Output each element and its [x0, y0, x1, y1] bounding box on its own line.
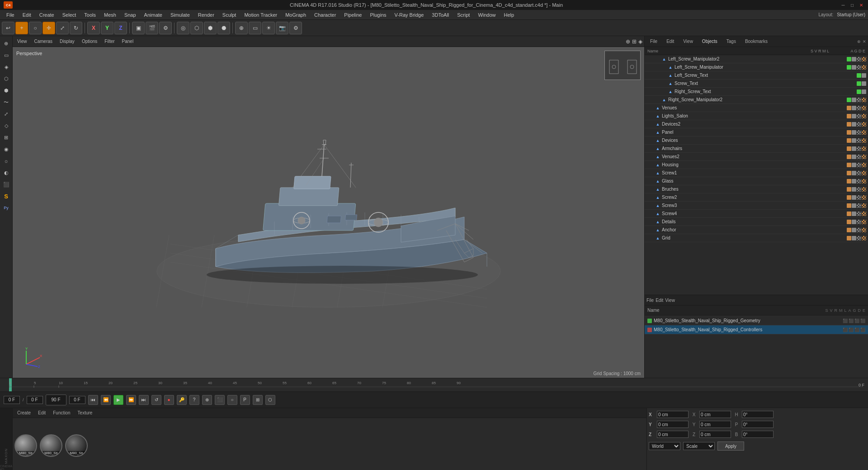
obj-row-screw3[interactable]: ▲ Screw3: [645, 202, 868, 210]
viewport-3d[interactable]: Perspective: [13, 47, 644, 378]
side-generate-icon[interactable]: ◇: [1, 120, 12, 131]
coord-p-input[interactable]: [742, 421, 774, 428]
side-material-icon[interactable]: ◐: [1, 167, 12, 178]
obj-row-bruches[interactable]: ▲ Bruches: [645, 185, 868, 193]
rp-tab-objects[interactable]: Objects: [698, 38, 721, 45]
menu-create[interactable]: Create: [36, 11, 58, 19]
coord-mode-dropdown[interactable]: Scale Absolute: [683, 442, 715, 450]
stop-button[interactable]: ⬛: [215, 395, 225, 405]
object-mode-button[interactable]: ⬡: [190, 22, 203, 34]
menu-plugins[interactable]: Plugins: [366, 11, 390, 19]
side-light2-icon[interactable]: ☼: [1, 155, 12, 166]
settings-button[interactable]: ⚙: [289, 22, 302, 34]
side-deform-icon[interactable]: ⤢: [1, 108, 12, 119]
side-poly-icon[interactable]: ⬢: [1, 85, 12, 96]
menu-render[interactable]: Render: [194, 11, 218, 19]
coord-zh-input[interactable]: [699, 431, 731, 438]
menu-help[interactable]: Help: [500, 11, 518, 19]
tool1-button[interactable]: ○: [29, 22, 42, 34]
light-button[interactable]: ☀: [262, 22, 275, 34]
vp-menu-filter[interactable]: Filter: [102, 38, 117, 44]
viewport-solo-button[interactable]: ◎: [177, 22, 189, 34]
obj-row-devices[interactable]: ▲ Devices: [645, 136, 868, 145]
vp-menu-view[interactable]: View: [14, 38, 30, 44]
help-button[interactable]: ?: [189, 395, 199, 405]
menu-snap[interactable]: Snap: [121, 11, 140, 19]
render-settings-button[interactable]: ⚙: [159, 22, 172, 34]
maximize-button[interactable]: □: [849, 2, 855, 8]
obj-row-left-screw-text[interactable]: ▲ Left_Screw_Text: [645, 71, 868, 80]
obj-row-left-screw-manip[interactable]: ▲ Left_Screw_Manipulator: [645, 63, 868, 71]
mat-menu-edit[interactable]: Edit: [35, 410, 48, 416]
attrib-row-controllers[interactable]: M80_Stiletto_Stealth_Naval_Ship_Rigged_C…: [645, 325, 868, 334]
div-view[interactable]: View: [665, 298, 675, 303]
coord-space-dropdown[interactable]: World Object: [649, 442, 680, 450]
end-frame-field[interactable]: [69, 396, 85, 404]
floor-button[interactable]: ▭: [249, 22, 261, 34]
motion-button[interactable]: ⊕: [202, 395, 212, 405]
move-button[interactable]: ✛: [42, 22, 55, 34]
menu-edit[interactable]: Edit: [19, 11, 35, 19]
apply-button[interactable]: Apply: [717, 442, 744, 451]
mat-menu-function[interactable]: Function: [50, 410, 73, 416]
close-button[interactable]: ✕: [858, 2, 864, 8]
new-object-button[interactable]: +: [15, 22, 28, 34]
vp-icon-settings[interactable]: ◈: [638, 38, 642, 45]
obj-row-screw1[interactable]: ▲ Screw1: [645, 169, 868, 177]
keyframe-button[interactable]: 🔑: [177, 395, 187, 405]
p-button[interactable]: P: [240, 395, 250, 405]
rp-tab-tags[interactable]: Tags: [723, 38, 740, 45]
rp-tab-view[interactable]: View: [679, 38, 697, 45]
vp-menu-options[interactable]: Options: [79, 38, 100, 44]
object-list[interactable]: ▲ Left_Screw_Manipulator2 ▲ Left_Screw_M…: [645, 55, 868, 295]
rp-tab-edit[interactable]: Edit: [663, 38, 678, 45]
grid2-button[interactable]: ⊞: [253, 395, 263, 405]
side-camera2-icon[interactable]: ◉: [1, 144, 12, 155]
rotate-button[interactable]: ↻: [70, 22, 82, 34]
obj-row-venues[interactable]: ▲ Venues: [645, 104, 868, 112]
rp-tab-bookmarks[interactable]: Bookmarks: [741, 38, 771, 45]
coord-z-input[interactable]: [657, 431, 689, 438]
obj-row-panel[interactable]: ▲ Panel: [645, 128, 868, 136]
coord-y-input[interactable]: [657, 421, 689, 428]
goto-end-button[interactable]: ⏭: [139, 395, 149, 405]
coord-h-input[interactable]: [742, 411, 774, 418]
vp-icon-orient[interactable]: ⊕: [626, 38, 630, 45]
menu-window[interactable]: Window: [474, 11, 499, 19]
menu-motion-tracker[interactable]: Motion Tracker: [241, 11, 281, 19]
side-spline-icon[interactable]: 〜: [1, 97, 12, 108]
vp-icon-frame[interactable]: ⊞: [632, 38, 637, 45]
menu-mograph[interactable]: MoGraph: [282, 11, 310, 19]
point-mode-button[interactable]: ⬢: [204, 22, 217, 34]
expand-button[interactable]: ⬡: [265, 395, 275, 405]
coord-yh-input[interactable]: [699, 421, 731, 428]
obj-row-anchor[interactable]: ▲ Anchor: [645, 226, 868, 234]
next-frame-button[interactable]: ⏩: [126, 395, 136, 405]
prev-frame-button[interactable]: ⏪: [101, 395, 111, 405]
playback-end-field[interactable]: [47, 396, 65, 404]
menu-3dtoall[interactable]: 3DToAll: [428, 11, 453, 19]
coord-x-input[interactable]: [657, 411, 689, 418]
obj-row-right-screw-manip2[interactable]: ▲ Right_Screw_Manipulator2: [645, 96, 868, 104]
side-paint-icon[interactable]: ◈: [1, 61, 12, 72]
side-array-icon[interactable]: ⊞: [1, 132, 12, 143]
side-sculpt-icon[interactable]: ⬡: [1, 73, 12, 84]
obj-row-screw4[interactable]: ▲ Screw4: [645, 210, 868, 218]
attrib-row-geometry[interactable]: M80_Stiletto_Stealth_Naval_Ship_Rigged_G…: [645, 316, 868, 325]
material-2[interactable]: M80_Sti: [40, 434, 62, 457]
current-frame-field[interactable]: [4, 396, 20, 404]
start-frame-field[interactable]: [27, 396, 43, 404]
obj-row-devices2[interactable]: ▲ Devices2: [645, 120, 868, 128]
menu-file[interactable]: File: [3, 11, 18, 19]
side-tag-icon[interactable]: ⬛: [1, 179, 12, 190]
camera-button[interactable]: 📷: [276, 22, 288, 34]
obj-row-glass[interactable]: ▲ Glass: [645, 177, 868, 185]
obj-row-housing[interactable]: ▲ Housing: [645, 161, 868, 169]
obj-row-lights-salon[interactable]: ▲ Lights_Salon: [645, 112, 868, 120]
obj-row-armchairs[interactable]: ▲ Armchairs: [645, 145, 868, 153]
scale-button[interactable]: ⤢: [56, 22, 69, 34]
menu-select[interactable]: Select: [59, 11, 80, 19]
obj-row-screw-text[interactable]: ▲ Screw_Text: [645, 80, 868, 88]
edge-mode-button[interactable]: ⬣: [217, 22, 230, 34]
menu-pipeline[interactable]: Pipeline: [340, 11, 365, 19]
